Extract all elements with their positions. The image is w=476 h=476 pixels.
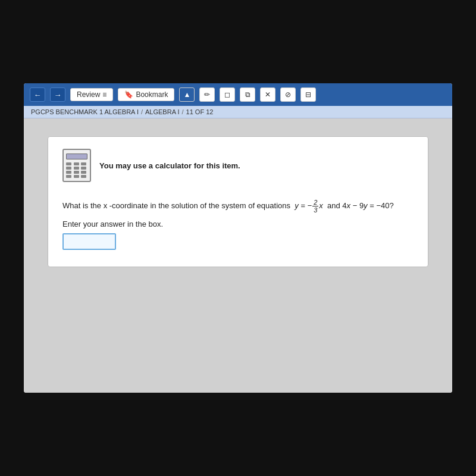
list-icon: ≡ — [102, 90, 107, 99]
eraser-icon: ◻ — [224, 90, 230, 99]
flag-icon: ⊟ — [305, 90, 311, 99]
forward-button[interactable]: → — [50, 87, 65, 102]
copy-icon: ⧉ — [245, 90, 250, 99]
cursor-icon: ▲ — [183, 90, 190, 99]
flag-tool-button[interactable]: ⊟ — [300, 87, 316, 102]
close-icon: ✕ — [265, 90, 271, 99]
bookmark-icon: 🔖 — [124, 90, 133, 99]
equation1: y = −23x — [295, 201, 323, 210]
question-text-before: What is the x -coordinate in the solutio… — [62, 201, 290, 210]
calc-screen — [66, 154, 87, 159]
calculator-notice-text: You may use a calculator for this item. — [99, 161, 240, 170]
eraser-tool-button[interactable]: ◻ — [220, 87, 235, 102]
calculator-icon — [62, 149, 91, 182]
review-button[interactable]: Review ≡ — [70, 88, 113, 101]
calc-keys — [66, 162, 87, 178]
answer-input[interactable] — [62, 233, 116, 250]
back-icon: ← — [34, 90, 42, 99]
calculator-notice-area: You may use a calculator for this item. — [62, 149, 414, 189]
bookmark-button[interactable]: 🔖 Bookmark — [118, 88, 174, 101]
pencil-tool-button[interactable]: ✏ — [199, 87, 215, 102]
zoom-tool-button[interactable]: ⊘ — [280, 87, 296, 102]
breadcrumb-part1: PGCPS BENCHMARK 1 ALGEBRA I — [31, 108, 139, 115]
close-tool-button[interactable]: ✕ — [260, 87, 275, 102]
bookmark-label: Bookmark — [136, 90, 168, 99]
zoom-icon: ⊘ — [285, 90, 291, 99]
breadcrumb-part2: ALGEBRA I — [145, 108, 179, 115]
question-text: What is the x -coordinate in the solutio… — [62, 199, 414, 214]
breadcrumb: PGCPS BENCHMARK 1 ALGEBRA I / ALGEBRA I … — [24, 106, 452, 118]
question-card: You may use a calculator for this item. … — [48, 136, 428, 267]
review-label: Review — [77, 90, 100, 99]
breadcrumb-sep1: / — [141, 108, 143, 115]
content-area: You may use a calculator for this item. … — [24, 118, 452, 393]
cursor-tool-button[interactable]: ▲ — [179, 87, 195, 102]
pencil-icon: ✏ — [204, 90, 210, 99]
forward-icon: → — [54, 90, 62, 99]
answer-label: Enter your answer in the box. — [62, 220, 414, 228]
back-button[interactable]: ← — [30, 87, 45, 102]
toolbar: ← → Review ≡ 🔖 Bookmark ▲ ✏ ◻ ⧉ ✕ ⊘ — [24, 83, 452, 106]
copy-tool-button[interactable]: ⧉ — [240, 87, 255, 102]
screen: ← → Review ≡ 🔖 Bookmark ▲ ✏ ◻ ⧉ ✕ ⊘ — [24, 83, 452, 393]
breadcrumb-part3: 11 OF 12 — [186, 108, 214, 115]
equation2: and 4x − 9y = −40? — [327, 201, 394, 210]
breadcrumb-sep2: / — [182, 108, 184, 115]
